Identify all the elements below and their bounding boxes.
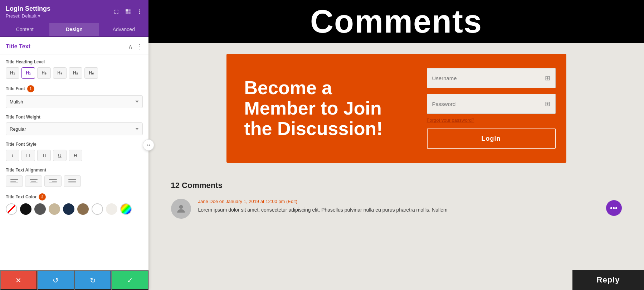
more-options-icon[interactable] [136,9,143,15]
brown-swatch[interactable] [77,203,89,215]
password-input[interactable] [432,101,545,107]
transparent-swatch[interactable] [6,203,17,215]
comment-item: Jane Doe on January 1, 2019 at 12:00 pm … [171,199,622,219]
login-headline: Become a Member to Join the Discussion! [244,78,398,139]
align-justify-btn[interactable] [64,175,81,187]
title-font-select[interactable]: Mulish [6,95,143,108]
comments-hero-title: Comments [310,3,482,40]
panel-title: Login Settings [6,5,50,13]
heading-level-group: Title Heading Level H₁ H₂ H₃ H₄ H₅ H₆ [6,59,143,79]
login-section: Become a Member to Join the Discussion! … [148,43,644,174]
comment-author: Jane Doe [198,199,218,204]
title-font-weight-select[interactable]: Regular [6,122,143,135]
near-white-swatch[interactable] [106,203,117,215]
underline-btn[interactable]: U [53,150,67,161]
section-header-icons: ∧ ⋮ [128,43,143,50]
panel-header-icons [113,9,143,15]
heading-h2-btn[interactable]: H₂ [21,67,35,79]
dark-blue-swatch[interactable] [63,203,74,215]
black-swatch[interactable] [20,203,31,215]
panel-header: Login Settings Preset: Default ▾ [0,0,148,23]
align-right-btn[interactable] [44,175,62,187]
svg-point-4 [179,205,183,209]
title-text-color-label: Title Text Color 2 [6,193,143,200]
title-color-badge: 2 [39,193,46,200]
tab-content[interactable]: Content [0,23,49,36]
comment-date: on January 1, 2019 at 12:00 pm [219,199,285,204]
username-icon: ⊞ [545,74,550,82]
login-card: Become a Member to Join the Discussion! … [226,54,566,163]
cancel-button[interactable]: ✕ [0,270,37,290]
title-font-weight-group: Title Font Weight Regular [6,115,143,135]
panel-bottom-toolbar: ✕ ↺ ↻ ✓ [0,270,148,290]
section-title: Title Text [6,43,30,50]
capitalize-btn[interactable]: Tt [37,150,51,161]
title-text-alignment-label: Title Text Alignment [6,168,143,173]
svg-point-3 [139,13,140,14]
forgot-password-link[interactable]: Forgot your password? [427,117,556,123]
white-swatch[interactable] [92,203,103,215]
heading-level-label: Title Heading Level [6,59,143,64]
panel-content: Title Heading Level H₁ H₂ H₃ H₄ H₅ H₆ Ti… [0,54,148,270]
title-font-style-label: Title Font Style [6,142,143,147]
collapse-icon[interactable]: ∧ [128,43,133,50]
panel-tabs: Content Design Advanced [0,23,148,37]
login-right: ⊞ ⊞ Forgot your password? Login [416,54,566,163]
heading-h4-btn[interactable]: H₄ [53,67,67,79]
svg-point-2 [139,11,140,13]
username-input[interactable] [432,75,545,81]
login-left: Become a Member to Join the Discussion! [226,54,416,163]
login-button[interactable]: Login [427,129,556,149]
svg-rect-0 [126,9,128,11]
title-text-alignment-group: Title Text Alignment [6,168,143,187]
italic-btn[interactable]: I [6,150,19,161]
title-font-weight-label: Title Font Weight [6,115,143,120]
comment-meta: Jane Doe on January 1, 2019 at 12:00 pm … [198,199,599,204]
heading-h6-btn[interactable]: H₆ [84,67,98,79]
heading-h1-btn[interactable]: H₁ [6,67,19,79]
strikethrough-btn[interactable]: S [69,150,82,161]
comments-count: 12 Comments [171,181,622,190]
heading-h3-btn[interactable]: H₃ [37,67,51,79]
tab-advanced[interactable]: Advanced [99,23,148,36]
password-icon: ⊞ [545,100,550,108]
comment-body: Jane Doe on January 1, 2019 at 12:00 pm … [198,199,599,219]
svg-point-1 [139,9,140,10]
reply-button-container: Reply [572,270,644,290]
comment-text: Lorem ipsum dolor sit amet, consectetur … [198,206,599,214]
redo-button[interactable]: ↻ [74,270,112,290]
resize-handle[interactable]: ↔ [143,139,154,151]
main-content: Comments Become a Member to Join the Dis… [148,0,644,290]
comment-avatar [171,199,191,219]
align-center-btn[interactable] [25,175,42,187]
title-font-style-group: Title Font Style I TT Tt U S [6,142,143,161]
more-options-button[interactable]: ••• [606,200,622,216]
comment-edit-link[interactable]: (Edit) [286,199,297,204]
section-header: Title Text ∧ ⋮ [0,37,148,54]
title-font-label: Title Font 1 [6,85,143,92]
password-input-wrap: ⊞ [427,94,556,114]
expand-icon[interactable] [113,9,120,15]
layout-icon[interactable] [125,9,131,15]
panel-header-left: Login Settings Preset: Default ▾ [6,5,50,19]
panel-preset[interactable]: Preset: Default ▾ [6,13,50,19]
comments-section: 12 Comments Jane Doe on January 1, 2019 … [150,174,643,242]
heading-buttons: H₁ H₂ H₃ H₄ H₅ H₆ [6,67,143,79]
align-left-btn[interactable] [6,175,23,187]
reply-button[interactable]: Reply [572,270,644,290]
undo-button[interactable]: ↺ [37,270,74,290]
username-input-wrap: ⊞ [427,68,556,88]
color-picker-swatch[interactable] [120,203,132,215]
settings-panel: Login Settings Preset: Default ▾ Content… [0,0,148,290]
dark-gray-swatch[interactable] [34,203,46,215]
heading-h5-btn[interactable]: H₅ [69,67,82,79]
title-font-group: Title Font 1 Mulish [6,85,143,108]
title-text-color-group: Title Text Color 2 [6,193,143,215]
comments-hero: Comments [148,0,644,43]
save-button[interactable]: ✓ [111,270,148,290]
uppercase-btn[interactable]: TT [21,150,35,161]
section-more-icon[interactable]: ⋮ [136,43,143,50]
tab-design[interactable]: Design [49,23,99,36]
title-font-badge: 1 [27,85,34,92]
light-beige-swatch[interactable] [49,203,60,215]
